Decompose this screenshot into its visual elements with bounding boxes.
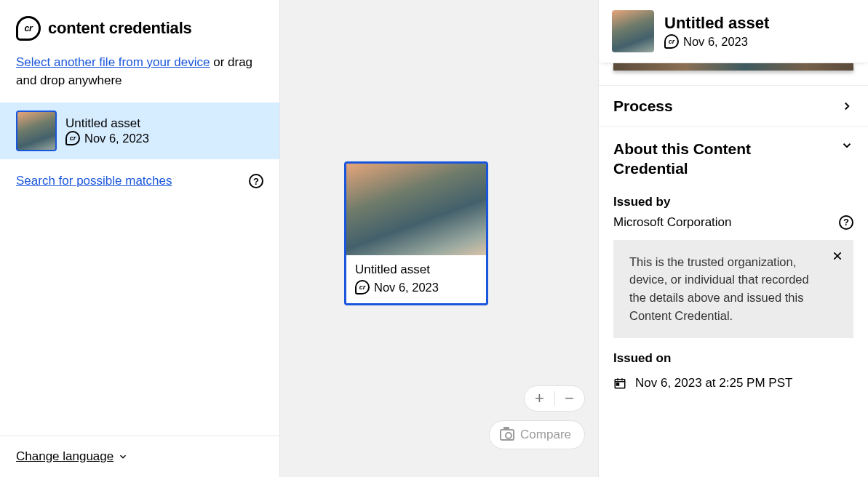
asset-title: Untitled asset	[65, 116, 149, 131]
details-panel: Untitled asset cr Nov 6, 2023 Process Ab…	[599, 0, 868, 477]
cr-badge-icon: cr	[664, 34, 679, 49]
chevron-down-icon	[840, 139, 853, 152]
upload-instruction: Select another file from your device or …	[0, 54, 279, 103]
search-row: Search for possible matches ?	[0, 159, 279, 203]
spacer	[0, 203, 279, 436]
canvas-area: Untitled asset cr Nov 6, 2023 + − Compar…	[280, 0, 599, 477]
details-header: Untitled asset cr Nov 6, 2023	[599, 0, 868, 63]
zoom-in-button[interactable]: +	[530, 389, 550, 408]
asset-date: Nov 6, 2023	[84, 132, 149, 145]
help-icon[interactable]: ?	[839, 215, 853, 230]
change-language[interactable]: Change language	[0, 436, 279, 477]
about-title: About this Content Credential	[613, 139, 803, 179]
zoom-separator	[554, 391, 555, 406]
close-icon[interactable]	[832, 250, 843, 262]
issued-on-row: Nov 6, 2023 at 2:25 PM PST	[599, 372, 868, 404]
cr-badge-icon: cr	[65, 131, 80, 145]
details-title: Untitled asset	[664, 14, 769, 33]
asset-card-date: Nov 6, 2023	[374, 281, 439, 294]
asset-card[interactable]: Untitled asset cr Nov 6, 2023	[344, 161, 488, 305]
zoom-out-button[interactable]: −	[560, 389, 580, 408]
asset-list-item[interactable]: Untitled asset cr Nov 6, 2023	[0, 103, 279, 159]
asset-date-row: cr Nov 6, 2023	[65, 131, 149, 145]
asset-card-date-row: cr Nov 6, 2023	[355, 280, 477, 294]
help-icon[interactable]: ?	[249, 174, 263, 188]
brand: cr content credentials	[0, 0, 279, 54]
select-file-link[interactable]: Select another file from your device	[16, 55, 210, 69]
asset-card-title: Untitled asset	[355, 262, 477, 277]
asset-meta: Untitled asset cr Nov 6, 2023	[65, 116, 149, 145]
brand-name: content credentials	[48, 19, 192, 38]
about-section: About this Content Credential	[599, 127, 868, 182]
asset-thumbnail	[16, 111, 57, 151]
calendar-icon	[613, 377, 626, 390]
chevron-down-icon	[118, 452, 128, 462]
cr-logo-icon: cr	[16, 16, 41, 41]
preview-strip	[613, 63, 853, 71]
issued-by-row: Microsoft Corporation ?	[599, 215, 868, 240]
compare-label: Compare	[520, 428, 571, 442]
issued-by-label: Issued by	[599, 182, 868, 215]
issued-on-value: Nov 6, 2023 at 2:25 PM PST	[635, 376, 792, 390]
compare-button[interactable]: Compare	[489, 420, 585, 449]
chevron-right-icon	[840, 100, 853, 113]
about-header[interactable]: About this Content Credential	[613, 139, 853, 179]
search-matches-link[interactable]: Search for possible matches	[16, 174, 172, 188]
issued-by-value: Microsoft Corporation	[613, 215, 732, 230]
issued-on-label: Issued on	[599, 351, 868, 372]
process-section[interactable]: Process	[599, 85, 868, 127]
change-language-label: Change language	[16, 449, 114, 464]
details-header-meta: Untitled asset cr Nov 6, 2023	[664, 14, 769, 49]
zoom-control: + −	[524, 385, 585, 412]
asset-card-image	[346, 164, 486, 255]
details-thumbnail	[612, 10, 654, 52]
asset-card-body: Untitled asset cr Nov 6, 2023	[346, 255, 486, 303]
process-title: Process	[613, 97, 673, 115]
details-date-row: cr Nov 6, 2023	[664, 34, 769, 49]
svg-rect-6	[617, 383, 619, 385]
details-date: Nov 6, 2023	[683, 35, 748, 49]
compare-icon	[500, 429, 514, 441]
cr-badge-icon: cr	[355, 280, 370, 294]
issuer-info-box: This is the trusted organization, device…	[613, 240, 853, 338]
left-panel: cr content credentials Select another fi…	[0, 0, 280, 477]
issuer-info-text: This is the trusted organization, device…	[629, 255, 809, 322]
